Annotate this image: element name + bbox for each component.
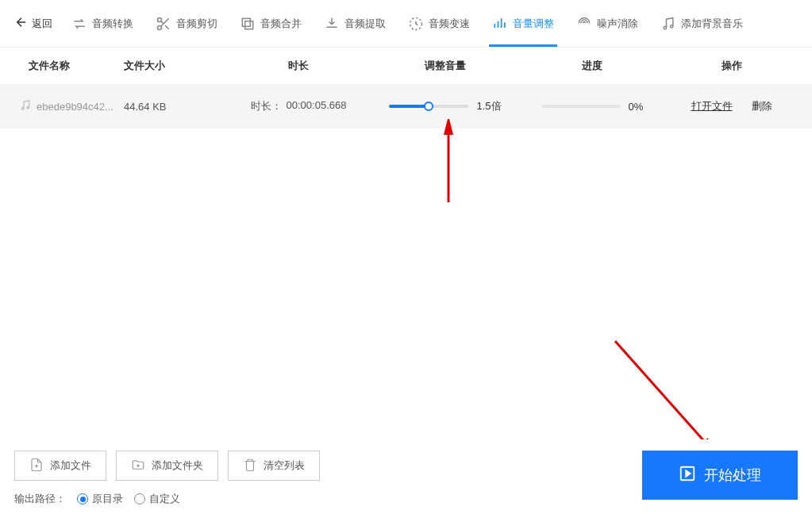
radio-custom-dir[interactable]: 自定义: [134, 492, 180, 506]
convert-icon: [71, 16, 87, 32]
duration-cell: 时长： 00:00:05.668: [227, 99, 370, 113]
speed-icon: [408, 16, 424, 32]
table-header: 文件名称 文件大小 时长 调整音量 进度 操作: [0, 48, 812, 84]
back-button[interactable]: 返回: [6, 15, 60, 32]
volume-cell: 1.5倍: [370, 99, 521, 113]
noise-icon: [576, 16, 592, 32]
radio-circle-icon: [77, 493, 88, 504]
tab-noise-remove[interactable]: 噪声消除: [565, 0, 649, 47]
svg-point-5: [664, 26, 666, 29]
trash-icon: [243, 458, 257, 474]
radio-original-dir[interactable]: 原目录: [77, 492, 123, 506]
start-label: 开始处理: [704, 466, 761, 485]
svg-point-6: [671, 25, 673, 27]
radio-original-label: 原目录: [92, 492, 123, 506]
file-add-icon: [29, 458, 44, 474]
header-action: 操作: [664, 59, 799, 73]
file-cell: ebede9b94c42...: [13, 99, 124, 114]
extract-icon: [324, 16, 340, 32]
header-size: 文件大小: [124, 59, 227, 73]
audio-file-icon: [19, 99, 32, 114]
volume-bars-icon: [492, 16, 508, 32]
tab-label: 音量调整: [513, 17, 554, 31]
header-filename: 文件名称: [13, 59, 124, 73]
add-file-label: 添加文件: [50, 458, 91, 473]
duration-value: 00:00:05.668: [287, 99, 347, 113]
radio-circle-icon: [134, 493, 145, 504]
bottom-bar: 添加文件 添加文件夹 清空列表 输出路径： 原目录 自定义 开始处理: [0, 439, 812, 514]
header-volume: 调整音量: [370, 59, 521, 73]
annotation-arrow-icon: [433, 119, 464, 206]
output-path-label: 输出路径：: [14, 492, 66, 506]
filename-text: ebede9b94c42...: [37, 101, 114, 113]
toolbar: 返回 音频转换 音频剪切 音频合并 音频提取 音频变速 音量调整: [0, 0, 812, 48]
slider-thumb[interactable]: [424, 102, 433, 111]
svg-marker-14: [686, 470, 691, 476]
tab-volume-adjust[interactable]: 音量调整: [481, 0, 565, 47]
filesize-text: 44.64 KB: [124, 101, 227, 113]
clear-list-label: 清空列表: [264, 458, 305, 473]
volume-text: 1.5倍: [476, 99, 501, 113]
tab-label: 音频转换: [92, 17, 133, 31]
tab-label: 添加背景音乐: [681, 17, 743, 31]
tab-bg-music[interactable]: 添加背景音乐: [649, 0, 754, 47]
tab-audio-extract[interactable]: 音频提取: [313, 0, 397, 47]
open-file-button[interactable]: 打开文件: [691, 99, 733, 113]
svg-point-7: [21, 107, 24, 109]
svg-rect-3: [245, 21, 253, 29]
slider-fill: [389, 105, 429, 108]
add-folder-button[interactable]: 添加文件夹: [116, 451, 218, 481]
svg-rect-2: [242, 18, 250, 26]
scissors-icon: [156, 16, 171, 32]
svg-line-12: [615, 341, 710, 448]
svg-point-8: [27, 106, 29, 109]
delete-button[interactable]: 删除: [752, 99, 772, 113]
add-folder-label: 添加文件夹: [152, 458, 203, 473]
header-duration: 时长: [227, 59, 370, 73]
progress-cell: 0%: [521, 101, 664, 113]
arrow-left-icon: [14, 15, 29, 32]
tab-audio-convert[interactable]: 音频转换: [60, 0, 144, 47]
clear-list-button[interactable]: 清空列表: [228, 451, 320, 481]
tab-label: 音频提取: [344, 17, 386, 31]
tab-label: 噪声消除: [597, 17, 638, 31]
tab-label: 音频变速: [429, 17, 470, 31]
progress-text: 0%: [629, 101, 644, 113]
start-process-button[interactable]: 开始处理: [642, 451, 798, 500]
tab-label: 音频合并: [260, 17, 302, 31]
header-progress: 进度: [521, 59, 664, 73]
tab-audio-speed[interactable]: 音频变速: [397, 0, 481, 47]
action-cell: 打开文件 删除: [664, 99, 799, 113]
progress-bar: [541, 105, 621, 108]
volume-slider[interactable]: [389, 105, 468, 108]
music-icon: [660, 16, 676, 32]
radio-custom-label: 自定义: [149, 492, 180, 506]
svg-point-0: [158, 17, 162, 21]
tab-audio-merge[interactable]: 音频合并: [229, 0, 313, 47]
duration-label: 时长：: [251, 99, 282, 113]
back-label: 返回: [32, 17, 52, 31]
merge-icon: [240, 16, 256, 32]
add-file-button[interactable]: 添加文件: [14, 451, 106, 481]
tab-audio-cut[interactable]: 音频剪切: [144, 0, 229, 47]
table-row: ebede9b94c42... 44.64 KB 时长： 00:00:05.66…: [0, 84, 812, 128]
folder-add-icon: [131, 458, 145, 474]
svg-point-1: [158, 25, 162, 29]
play-icon: [679, 465, 696, 486]
tab-label: 音频剪切: [176, 17, 217, 31]
